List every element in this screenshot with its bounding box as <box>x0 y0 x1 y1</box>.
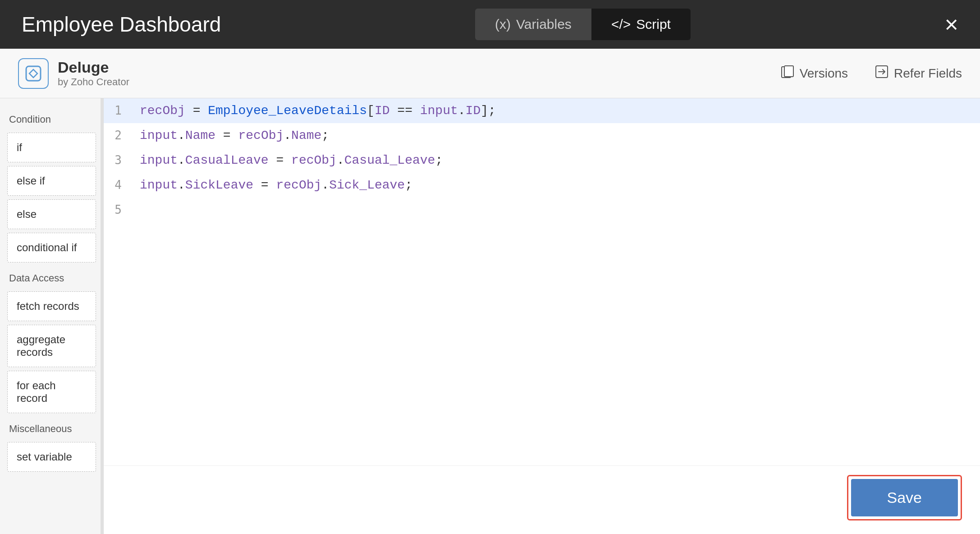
script-tab[interactable]: </> Script <box>591 9 691 40</box>
code-line-5: 5 <box>104 198 980 222</box>
scrollbar[interactable] <box>101 98 103 534</box>
line-num-2: 2 <box>104 123 131 147</box>
brand-text: Deluge by Zoho Creator <box>58 59 129 88</box>
sidebar-item-fetch-records[interactable]: fetch records <box>7 291 96 321</box>
topbar: Employee Dashboard (x) Variables </> Scr… <box>0 0 980 49</box>
line-num-5: 5 <box>104 198 131 222</box>
code-editor[interactable]: 1 recObj = Employee_LeaveDetails[ID == i… <box>104 98 980 465</box>
refer-fields-button[interactable]: Refer Fields <box>875 65 962 82</box>
app-title: Employee Dashboard <box>22 12 221 37</box>
versions-button[interactable]: Versions <box>781 65 848 82</box>
sidebar-item-aggregate-records[interactable]: aggregate records <box>7 325 96 367</box>
variables-icon: (x) <box>495 17 511 32</box>
sidebar-item-else[interactable]: else <box>7 199 96 229</box>
subheader-actions: Versions Refer Fields <box>781 65 962 82</box>
brand-name: Deluge <box>58 59 129 76</box>
code-line-3: 3 input.CasualLeave = recObj.Casual_Leav… <box>104 148 980 173</box>
code-line-4: 4 input.SickLeave = recObj.Sick_Leave; <box>104 173 980 198</box>
line-code-5 <box>131 198 140 208</box>
line-code-4: input.SickLeave = recObj.Sick_Leave; <box>131 173 412 198</box>
line-code-3: input.CasualLeave = recObj.Casual_Leave; <box>131 148 443 173</box>
code-area: 1 recObj = Employee_LeaveDetails[ID == i… <box>104 98 980 534</box>
svg-rect-0 <box>26 66 41 81</box>
sidebar-item-conditional-if[interactable]: conditional if <box>7 233 96 262</box>
brand: Deluge by Zoho Creator <box>18 58 129 89</box>
line-num-3: 3 <box>104 148 131 172</box>
close-button[interactable]: × <box>945 13 958 36</box>
brand-logo <box>18 58 49 89</box>
save-button[interactable]: Save <box>851 479 958 516</box>
code-line-2: 2 input.Name = recObj.Name; <box>104 123 980 148</box>
save-area: Save <box>104 465 980 534</box>
line-code-2: input.Name = recObj.Name; <box>131 123 329 148</box>
sidebar-item-if[interactable]: if <box>7 133 96 162</box>
sidebar-item-else-if[interactable]: else if <box>7 166 96 196</box>
sidebar-item-set-variable[interactable]: set variable <box>7 442 96 472</box>
line-num-4: 4 <box>104 173 131 197</box>
sidebar-item-for-each-record[interactable]: for each record <box>7 371 96 413</box>
main: Condition if else if else conditional if… <box>0 98 980 534</box>
topbar-tabs: (x) Variables </> Script <box>475 9 691 40</box>
line-code-1: recObj = Employee_LeaveDetails[ID == inp… <box>131 98 496 123</box>
misc-section-label: Miscellaneous <box>0 417 103 438</box>
variables-tab[interactable]: (x) Variables <box>475 9 591 40</box>
sidebar: Condition if else if else conditional if… <box>0 98 104 534</box>
code-line-1: 1 recObj = Employee_LeaveDetails[ID == i… <box>104 98 980 123</box>
script-icon: </> <box>611 17 631 32</box>
subheader: Deluge by Zoho Creator Versions Refer Fi… <box>0 49 980 98</box>
versions-icon <box>781 65 794 82</box>
brand-sub: by Zoho Creator <box>58 76 129 88</box>
line-num-1: 1 <box>104 98 131 123</box>
condition-section-label: Condition <box>0 107 103 129</box>
save-button-wrapper: Save <box>847 475 962 520</box>
data-access-section-label: Data Access <box>0 266 103 288</box>
refer-fields-icon <box>875 65 888 82</box>
svg-rect-2 <box>784 66 793 77</box>
